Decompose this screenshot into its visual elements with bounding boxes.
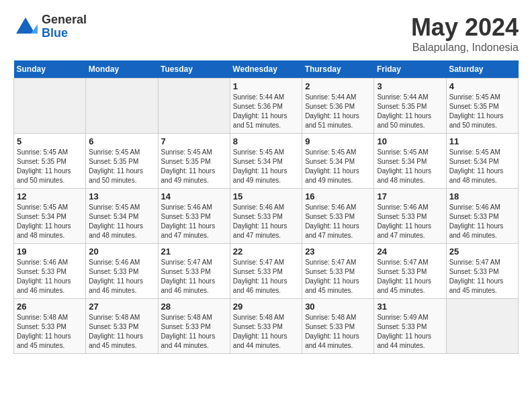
calendar-cell: 25Sunrise: 5:47 AM Sunset: 5:33 PM Dayli… [446,244,518,299]
day-number: 19 [17,246,83,257]
day-info: Sunrise: 5:45 AM Sunset: 5:35 PM Dayligh… [161,148,227,185]
logo-text: General Blue [42,13,87,40]
day-number: 13 [89,191,154,201]
day-number: 23 [305,246,371,257]
day-number: 29 [233,302,299,312]
day-number: 27 [89,302,154,312]
calendar-cell: 31Sunrise: 5:49 AM Sunset: 5:33 PM Dayli… [374,299,446,354]
day-info: Sunrise: 5:48 AM Sunset: 5:33 PM Dayligh… [89,313,154,351]
calendar-cell: 17Sunrise: 5:46 AM Sunset: 5:33 PM Dayli… [374,189,446,244]
day-info: Sunrise: 5:46 AM Sunset: 5:33 PM Dayligh… [305,203,371,240]
day-number: 26 [17,302,83,312]
day-number: 12 [17,191,83,201]
day-info: Sunrise: 5:46 AM Sunset: 5:33 PM Dayligh… [449,203,515,240]
title-block: May 2024 Balapulang, Indonesia [411,13,519,54]
day-number: 15 [233,191,299,201]
day-info: Sunrise: 5:45 AM Sunset: 5:34 PM Dayligh… [449,148,515,185]
calendar-cell: 29Sunrise: 5:48 AM Sunset: 5:33 PM Dayli… [230,299,302,354]
week-row-3: 12Sunrise: 5:45 AM Sunset: 5:34 PM Dayli… [14,189,519,244]
day-number: 24 [377,246,443,257]
week-row-2: 5Sunrise: 5:45 AM Sunset: 5:35 PM Daylig… [14,134,519,189]
day-info: Sunrise: 5:48 AM Sunset: 5:33 PM Dayligh… [233,313,299,351]
calendar-cell: 30Sunrise: 5:48 AM Sunset: 5:33 PM Dayli… [302,299,374,354]
day-info: Sunrise: 5:47 AM Sunset: 5:33 PM Dayligh… [377,258,443,295]
calendar-cell: 12Sunrise: 5:45 AM Sunset: 5:34 PM Dayli… [14,189,86,244]
day-info: Sunrise: 5:47 AM Sunset: 5:33 PM Dayligh… [161,258,227,295]
day-number: 8 [233,136,299,146]
calendar-cell: 7Sunrise: 5:45 AM Sunset: 5:35 PM Daylig… [158,134,230,189]
page-header: General Blue May 2024 Balapulang, Indone… [13,13,519,54]
day-number: 28 [161,302,227,312]
day-info: Sunrise: 5:44 AM Sunset: 5:36 PM Dayligh… [233,93,299,130]
header-monday: Monday [86,60,158,79]
day-number: 22 [233,246,299,257]
day-info: Sunrise: 5:48 AM Sunset: 5:33 PM Dayligh… [305,313,371,351]
header-saturday: Saturday [446,60,518,79]
calendar-cell: 9Sunrise: 5:45 AM Sunset: 5:34 PM Daylig… [302,134,374,189]
calendar-cell: 10Sunrise: 5:45 AM Sunset: 5:34 PM Dayli… [374,134,446,189]
calendar-cell: 16Sunrise: 5:46 AM Sunset: 5:33 PM Dayli… [302,189,374,244]
day-info: Sunrise: 5:45 AM Sunset: 5:34 PM Dayligh… [89,203,154,240]
day-info: Sunrise: 5:46 AM Sunset: 5:33 PM Dayligh… [233,203,299,240]
header-sunday: Sunday [14,60,86,79]
day-info: Sunrise: 5:47 AM Sunset: 5:33 PM Dayligh… [305,258,371,295]
day-number: 1 [233,81,299,91]
calendar-cell [158,79,230,134]
day-number: 7 [161,136,227,146]
day-number: 3 [377,81,443,91]
day-info: Sunrise: 5:46 AM Sunset: 5:33 PM Dayligh… [89,258,154,295]
day-info: Sunrise: 5:45 AM Sunset: 5:34 PM Dayligh… [233,148,299,185]
day-number: 6 [89,136,154,146]
day-number: 11 [449,136,515,146]
day-number: 9 [305,136,371,146]
day-info: Sunrise: 5:49 AM Sunset: 5:33 PM Dayligh… [377,313,443,351]
day-info: Sunrise: 5:44 AM Sunset: 5:35 PM Dayligh… [377,93,443,130]
calendar-cell: 5Sunrise: 5:45 AM Sunset: 5:35 PM Daylig… [14,134,86,189]
calendar-cell: 19Sunrise: 5:46 AM Sunset: 5:33 PM Dayli… [14,244,86,299]
calendar-cell: 8Sunrise: 5:45 AM Sunset: 5:34 PM Daylig… [230,134,302,189]
day-number: 4 [449,81,515,91]
day-number: 30 [305,302,371,312]
day-number: 5 [17,136,83,146]
header-wednesday: Wednesday [230,60,302,79]
header-thursday: Thursday [302,60,374,79]
calendar-cell: 15Sunrise: 5:46 AM Sunset: 5:33 PM Dayli… [230,189,302,244]
day-number: 16 [305,191,371,201]
calendar-body: 1Sunrise: 5:44 AM Sunset: 5:36 PM Daylig… [14,79,519,354]
week-row-1: 1Sunrise: 5:44 AM Sunset: 5:36 PM Daylig… [14,79,519,134]
day-info: Sunrise: 5:47 AM Sunset: 5:33 PM Dayligh… [233,258,299,295]
day-number: 18 [449,191,515,201]
day-info: Sunrise: 5:45 AM Sunset: 5:34 PM Dayligh… [305,148,371,185]
calendar-cell: 22Sunrise: 5:47 AM Sunset: 5:33 PM Dayli… [230,244,302,299]
day-number: 25 [449,246,515,257]
calendar-cell [446,299,518,354]
calendar-cell: 11Sunrise: 5:45 AM Sunset: 5:34 PM Dayli… [446,134,518,189]
calendar-table: Sunday Monday Tuesday Wednesday Thursday… [13,60,519,354]
logo-blue: Blue [42,27,87,40]
calendar-cell: 24Sunrise: 5:47 AM Sunset: 5:33 PM Dayli… [374,244,446,299]
day-info: Sunrise: 5:46 AM Sunset: 5:33 PM Dayligh… [377,203,443,240]
calendar-cell: 1Sunrise: 5:44 AM Sunset: 5:36 PM Daylig… [230,79,302,134]
calendar-cell: 27Sunrise: 5:48 AM Sunset: 5:33 PM Dayli… [86,299,158,354]
calendar-cell: 2Sunrise: 5:44 AM Sunset: 5:36 PM Daylig… [302,79,374,134]
day-info: Sunrise: 5:48 AM Sunset: 5:33 PM Dayligh… [17,313,83,351]
calendar-cell: 4Sunrise: 5:45 AM Sunset: 5:35 PM Daylig… [446,79,518,134]
svg-marker-0 [16,17,35,34]
day-info: Sunrise: 5:47 AM Sunset: 5:33 PM Dayligh… [449,258,515,295]
day-number: 14 [161,191,227,201]
day-info: Sunrise: 5:45 AM Sunset: 5:34 PM Dayligh… [17,203,83,240]
day-info: Sunrise: 5:48 AM Sunset: 5:33 PM Dayligh… [161,313,227,351]
day-number: 21 [161,246,227,257]
day-info: Sunrise: 5:45 AM Sunset: 5:35 PM Dayligh… [449,93,515,130]
calendar-cell: 14Sunrise: 5:46 AM Sunset: 5:33 PM Dayli… [158,189,230,244]
calendar-cell [86,79,158,134]
day-info: Sunrise: 5:45 AM Sunset: 5:35 PM Dayligh… [17,148,83,185]
calendar-cell: 18Sunrise: 5:46 AM Sunset: 5:33 PM Dayli… [446,189,518,244]
calendar-cell: 23Sunrise: 5:47 AM Sunset: 5:33 PM Dayli… [302,244,374,299]
day-info: Sunrise: 5:45 AM Sunset: 5:35 PM Dayligh… [89,148,154,185]
day-number: 2 [305,81,371,91]
day-info: Sunrise: 5:46 AM Sunset: 5:33 PM Dayligh… [161,203,227,240]
calendar-cell: 6Sunrise: 5:45 AM Sunset: 5:35 PM Daylig… [86,134,158,189]
logo: General Blue [13,13,87,40]
calendar-cell: 26Sunrise: 5:48 AM Sunset: 5:33 PM Dayli… [14,299,86,354]
